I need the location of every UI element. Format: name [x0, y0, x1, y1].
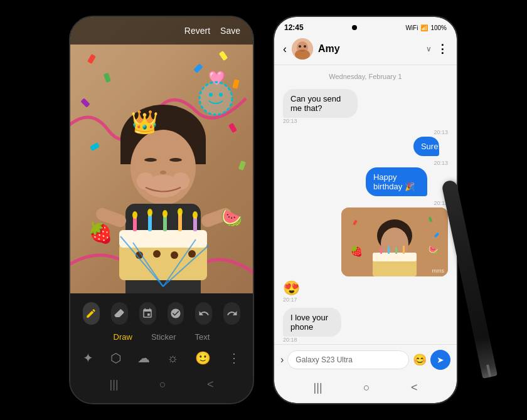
nav-menu-icon-right[interactable]: ||| [314, 381, 322, 394]
right-phone-wrapper: 12:45 WiFi 📶 100% ‹ [273, 16, 458, 404]
svg-point-9 [172, 172, 189, 190]
emoji-reaction: 😍 [283, 280, 300, 296]
back-button[interactable]: ‹ [283, 43, 287, 56]
msg-row-4: 20:13 [283, 200, 448, 276]
emoji-icon[interactable]: 🙂 [195, 350, 211, 365]
battery-icon: 100% [430, 24, 447, 31]
svg-rect-20 [148, 214, 152, 231]
sticker-tab[interactable]: Sticker [151, 332, 176, 342]
message-input[interactable]: Galaxy S23 Ultra [287, 350, 409, 369]
left-top-bar: Revert Save [70, 17, 253, 45]
msg-row-5: 😍 20:17 [283, 280, 448, 304]
nav-home-icon-right[interactable]: ○ [363, 381, 370, 394]
msg-time-img: 20:13 [341, 200, 448, 206]
svg-text:🍉: 🍉 [221, 207, 243, 228]
svg-rect-61 [395, 247, 397, 254]
msg-time-1: 20:13 [283, 118, 382, 124]
status-bar: 12:45 WiFi 📶 100% [274, 17, 457, 34]
photo-area: 👑 🩷 🍓 🍉 [70, 17, 253, 312]
msg-bubble-1: Can you send me that? [283, 89, 358, 118]
svg-point-18 [188, 250, 196, 258]
more-icon[interactable]: ⋮ [228, 350, 240, 365]
nav-home-icon[interactable]: ○ [159, 378, 166, 391]
bottom-extra-icons: ✦ ⬡ ☁ ☼ 🙂 ⋮ [70, 347, 253, 370]
wifi-icon: WiFi [405, 24, 418, 31]
svg-text:🍉: 🍉 [428, 244, 439, 255]
brightness-icon[interactable]: ☼ [167, 351, 178, 365]
svg-rect-60 [388, 246, 390, 254]
send-button[interactable]: ➤ [430, 350, 450, 370]
svg-point-40 [200, 82, 232, 115]
status-time: 12:45 [284, 23, 304, 32]
input-placeholder: Galaxy S23 Ultra [295, 355, 353, 364]
msg-row-6: I love your phone 20:18 [283, 308, 448, 344]
msg-time-5: 20:17 [283, 297, 300, 303]
right-nav-bar: ||| ○ < [274, 375, 457, 403]
signal-icon: 📶 [420, 24, 428, 31]
msg-time-3: 20:13 [366, 160, 448, 166]
cloud-icon[interactable]: ☁ [137, 350, 150, 365]
image-bubble: 🍓 🍉 mms [341, 207, 448, 276]
save-button[interactable]: Save [220, 26, 240, 36]
svg-point-28 [193, 211, 198, 219]
svg-point-52 [299, 45, 301, 48]
msg-row-1: Can you send me that? 20:13 [283, 89, 448, 125]
date-label: Wednesday, February 1 [283, 73, 448, 80]
smudge-tool[interactable] [168, 302, 184, 325]
msg-time-6: 20:18 [283, 337, 361, 343]
phone-left: 👑 🩷 🍓 🍉 [69, 16, 254, 404]
svg-point-41 [209, 93, 213, 97]
svg-point-42 [219, 93, 223, 97]
expand-icon[interactable]: › [280, 354, 284, 365]
pen-tool[interactable] [83, 302, 100, 325]
svg-point-24 [132, 211, 137, 219]
chevron-down-icon[interactable]: ∨ [426, 45, 432, 53]
svg-point-5 [169, 158, 182, 162]
input-area: › Galaxy S23 Ultra 😊 ➤ [274, 344, 457, 375]
phone-right: 12:45 WiFi 📶 100% ‹ [273, 16, 458, 404]
tool-icons-row [70, 293, 253, 330]
svg-rect-58 [373, 253, 417, 261]
revert-button[interactable]: Revert [184, 26, 210, 36]
camera-dot [352, 25, 357, 30]
svg-rect-13 [119, 243, 207, 280]
send-icon: ➤ [437, 355, 444, 365]
contact-avatar [292, 38, 313, 60]
contact-name[interactable]: Amy [318, 43, 421, 55]
nav-back-icon[interactable]: < [207, 378, 214, 391]
left-nav-bar: ||| ○ < [70, 370, 253, 399]
more-options-button[interactable]: ⋮ [437, 42, 448, 56]
mms-label: mms [432, 268, 445, 274]
msg-row-2: 20:13 Sure! [283, 129, 448, 156]
svg-text:🍓: 🍓 [88, 221, 113, 244]
msg-bubble-6: I love your phone [283, 308, 341, 337]
emoji-button[interactable]: 😊 [413, 353, 427, 367]
draw-tabs: Draw Sticker Text [70, 330, 253, 347]
messages-area[interactable]: Wednesday, February 1 Can you send me th… [274, 65, 457, 344]
svg-rect-14 [119, 230, 207, 248]
left-toolbar: Draw Sticker Text ✦ ⬡ ☁ ☼ 🙂 ⋮ ||| ○ [70, 293, 253, 403]
nav-menu-icon[interactable]: ||| [110, 378, 119, 391]
sparkle-icon[interactable]: ✦ [83, 350, 93, 365]
svg-point-25 [147, 209, 152, 216]
svg-point-6 [160, 171, 166, 174]
draw-tab[interactable]: Draw [114, 332, 132, 342]
pin-tool[interactable] [139, 302, 156, 325]
svg-point-4 [144, 158, 157, 162]
svg-point-8 [137, 172, 154, 190]
undo-tool[interactable] [195, 302, 212, 325]
text-tab[interactable]: Text [195, 332, 210, 342]
svg-point-26 [162, 210, 168, 218]
svg-text:👑: 👑 [130, 108, 159, 135]
redo-tool[interactable] [223, 302, 240, 325]
msg-time-2: 20:13 [413, 129, 448, 135]
svg-rect-62 [403, 246, 405, 254]
svg-point-17 [171, 251, 178, 259]
msg-bubble-3: Happy birthday 🎉 [366, 167, 427, 196]
msg-row-3: 20:13 Happy birthday 🎉 [283, 160, 448, 196]
svg-rect-59 [380, 248, 382, 254]
scene: 👑 🩷 🍓 🍉 [0, 0, 527, 420]
crop-icon[interactable]: ⬡ [110, 350, 121, 365]
eraser-tool[interactable] [111, 302, 128, 325]
nav-back-icon-right[interactable]: < [411, 381, 418, 394]
